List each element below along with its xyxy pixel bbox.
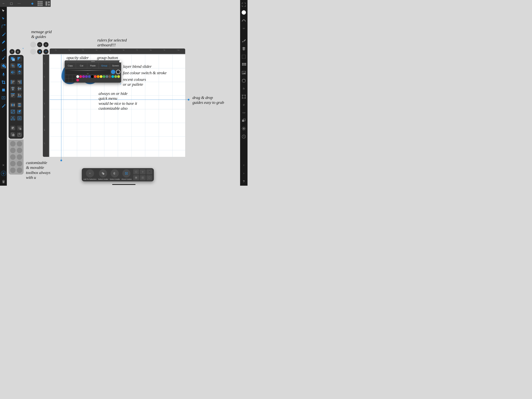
app-logo[interactable]: ◆ [29,0,35,7]
chevron-left-icon[interactable]: ‹ [241,163,246,167]
qop[interactable] [65,79,69,82]
ruler-corner[interactable] [43,55,49,60]
palette-colour[interactable] [94,75,97,78]
eyedropper-tool[interactable] [1,56,6,60]
stroke-colour[interactable] [116,70,120,74]
group-button[interactable]: Group [99,63,110,68]
duplicate[interactable] [10,132,16,137]
slot[interactable] [17,154,22,160]
brush-width[interactable]: 0pt [65,69,110,74]
slot[interactable] [10,141,16,147]
qop[interactable] [72,79,76,82]
help-icon[interactable]: ? [241,179,246,184]
palette-colour[interactable] [91,75,94,78]
align-right[interactable] [17,79,22,84]
guides-toggle[interactable] [44,49,49,54]
lens-icon[interactable] [241,78,246,83]
swatches-icon[interactable] [241,62,246,67]
slot[interactable] [17,161,22,166]
op-xor[interactable] [17,63,22,68]
toolbox[interactable] [9,55,24,139]
document-icon[interactable]: ▢ [9,0,14,7]
palette-colour[interactable] [117,75,120,78]
lock-button[interactable] [44,42,49,47]
snapping-toggle[interactable] [1,171,6,176]
pen-tool[interactable] [1,32,6,36]
origin-tc[interactable] [140,169,146,174]
trash-icon[interactable] [1,180,6,184]
align-bottom[interactable] [17,93,22,98]
align-left[interactable] [10,79,16,84]
vector-brush-tool[interactable] [1,48,6,52]
move-tool[interactable] [1,9,6,13]
blend-button[interactable]: Screen [110,63,121,68]
pencil-tool[interactable] [1,40,6,44]
stroke-icon[interactable] [241,18,246,23]
op-add[interactable] [10,57,16,62]
align-center-v[interactable] [17,86,22,91]
ruler-horizontal[interactable]: 12 34 56 78 910 [50,49,185,54]
origin-tl[interactable] [133,169,139,174]
move-front[interactable] [17,125,22,130]
align-top[interactable] [10,93,16,98]
export-icon[interactable] [17,132,22,137]
close-icon[interactable]: ✕ [1,163,6,167]
align-center-h[interactable] [10,86,16,91]
guide-vertical[interactable] [61,55,61,160]
select-under[interactable]: Select Under [98,169,108,180]
grid-slot[interactable] [30,42,36,48]
op-subtract[interactable] [17,57,22,62]
qop[interactable] [69,79,72,82]
edit-icon[interactable] [17,109,22,114]
wand-tool[interactable] [1,103,6,108]
text-style-icon[interactable]: a [241,102,246,107]
grid-panel[interactable]: × cm [30,42,49,55]
quick-menu[interactable]: 100% Copy Cut Paste Group Screen 0pt × [65,60,121,83]
shape-tool[interactable] [1,88,6,92]
origin-bc[interactable] [140,175,146,180]
add-button[interactable]: + [10,49,15,54]
qop[interactable] [72,75,76,78]
palette-colour[interactable] [76,75,79,78]
color-swatch[interactable] [242,10,246,15]
palette-colour[interactable] [88,75,91,78]
unit-button[interactable]: cm [37,42,42,47]
close-icon[interactable]: × [22,47,24,50]
layers-icon[interactable] [241,46,246,51]
transform-icon[interactable] [241,94,246,99]
crop-tool[interactable] [1,80,6,84]
palette-colour[interactable] [85,75,88,78]
origin-br[interactable] [146,175,152,180]
mic-annotation-icon[interactable] [1,72,6,77]
history-icon[interactable] [241,134,246,139]
grid-icon[interactable] [37,0,43,7]
arrange-icon[interactable] [241,118,246,123]
palette-colour[interactable] [106,75,108,78]
paste-button[interactable]: Paste [87,63,99,68]
flip-v[interactable] [17,70,22,75]
insert-icon[interactable] [17,116,22,121]
slot[interactable] [17,141,22,147]
corner-tool[interactable] [1,24,6,29]
copy-button[interactable]: Copy [65,63,76,68]
brush-panel-icon[interactable] [241,38,246,43]
qop[interactable] [65,75,69,78]
navigator-icon[interactable] [241,126,246,131]
palette-colour[interactable] [108,75,111,78]
more-icon[interactable]: ⋯ [16,0,22,7]
palette-colour[interactable] [114,75,117,78]
slot[interactable] [17,148,22,153]
chevron-right-icon[interactable]: › [241,171,246,175]
convert-curve[interactable] [10,109,16,114]
palette-colour[interactable] [100,75,102,78]
node-tool[interactable] [1,17,6,21]
palette-colour[interactable] [103,75,105,78]
move-back[interactable] [10,125,16,130]
fx-icon[interactable]: fx [241,86,246,91]
selection-icon[interactable] [241,54,246,59]
palette-colour[interactable] [97,75,100,78]
palette-colour[interactable] [79,75,82,78]
about-centre[interactable]: About Centre [121,169,132,180]
back-button[interactable]: ← [1,0,7,7]
slot[interactable] [10,167,16,173]
